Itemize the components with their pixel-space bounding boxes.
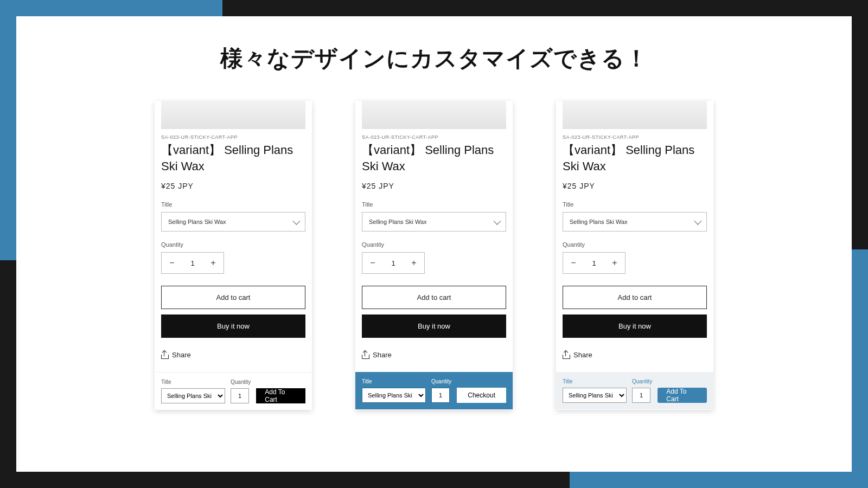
- add-to-cart-button[interactable]: Add to cart: [161, 286, 305, 309]
- decor-bar: [852, 249, 868, 488]
- variant-label: Title: [563, 201, 707, 208]
- variant-select[interactable]: Selling Plans Ski Wax: [161, 212, 305, 232]
- sticky-cta-button[interactable]: Add To Cart: [256, 388, 305, 403]
- qty-decrement-button[interactable]: −: [162, 253, 182, 273]
- qty-decrement-button[interactable]: −: [563, 253, 584, 273]
- qty-value: 1: [584, 253, 604, 273]
- share-icon: [362, 351, 368, 359]
- product-image: [362, 101, 506, 129]
- variant-select[interactable]: Selling Plans Ski Wax: [563, 212, 707, 232]
- quantity-stepper: − 1 +: [362, 252, 425, 274]
- sticky-variant-label: Title: [362, 378, 426, 384]
- product-card: SA-023-UR-STICKY-CART-APP 【variant】 Sell…: [355, 101, 513, 410]
- variant-select[interactable]: Selling Plans Ski Wax: [362, 212, 506, 232]
- sticky-variant-select[interactable]: Selling Plans Ski: [563, 388, 627, 403]
- quantity-stepper: − 1 +: [563, 252, 626, 274]
- decor-bar: [0, 472, 570, 488]
- sticky-qty-label: Quantity: [632, 378, 652, 384]
- share-label: Share: [172, 351, 191, 359]
- sticky-qty-input[interactable]: [431, 388, 450, 403]
- sticky-variant-select[interactable]: Selling Plans Ski: [161, 388, 225, 403]
- decor-bar: [0, 0, 222, 16]
- sticky-variant-select[interactable]: Selling Plans Ski: [362, 388, 426, 403]
- quantity-stepper: − 1 +: [161, 252, 224, 274]
- buy-now-button[interactable]: Buy it now: [161, 314, 305, 338]
- qty-increment-button[interactable]: +: [203, 253, 224, 273]
- product-image: [161, 101, 305, 129]
- chevron-down-icon: [292, 217, 300, 225]
- sticky-qty-input[interactable]: [632, 388, 650, 403]
- product-price: ¥25 JPY: [563, 182, 707, 190]
- qty-increment-button[interactable]: +: [604, 253, 625, 273]
- sticky-cart-bar: Title Selling Plans Ski Quantity Checkou…: [355, 372, 513, 409]
- vendor-label: SA-023-UR-STICKY-CART-APP: [563, 134, 707, 140]
- sticky-qty-input[interactable]: [231, 388, 249, 403]
- variant-value: Selling Plans Ski Wax: [570, 219, 628, 225]
- decor-bar: [0, 260, 16, 488]
- variant-label: Title: [362, 201, 506, 208]
- share-icon: [161, 351, 168, 359]
- buy-now-button[interactable]: Buy it now: [362, 314, 506, 338]
- sticky-cart-bar: Title Selling Plans Ski Quantity Add To …: [155, 372, 312, 410]
- decor-bar: [222, 0, 868, 16]
- chevron-down-icon: [694, 217, 701, 225]
- product-card: SA-023-UR-STICKY-CART-APP 【variant】 Sell…: [155, 101, 312, 410]
- product-card: SA-023-UR-STICKY-CART-APP 【variant】 Sell…: [556, 101, 713, 410]
- vendor-label: SA-023-UR-STICKY-CART-APP: [362, 134, 506, 140]
- share-label: Share: [373, 351, 392, 359]
- add-to-cart-button[interactable]: Add to cart: [563, 286, 707, 309]
- decor-bar: [570, 472, 868, 488]
- buy-now-button[interactable]: Buy it now: [563, 314, 707, 338]
- sticky-qty-label: Quantity: [431, 378, 451, 384]
- variant-label: Title: [161, 201, 305, 208]
- variant-value: Selling Plans Ski Wax: [168, 219, 226, 225]
- sticky-variant-label: Title: [563, 378, 627, 384]
- qty-increment-button[interactable]: +: [404, 253, 424, 273]
- content-area: 様々なデザインにカスタマイズできる！ SA-023-UR-STICKY-CART…: [16, 16, 852, 472]
- product-title: 【variant】 Selling Plans Ski Wax: [563, 142, 707, 174]
- cards-row: SA-023-UR-STICKY-CART-APP 【variant】 Sell…: [43, 101, 825, 410]
- share-button[interactable]: Share: [563, 343, 707, 372]
- quantity-label: Quantity: [362, 241, 506, 248]
- share-button[interactable]: Share: [362, 343, 506, 372]
- chevron-down-icon: [493, 217, 501, 225]
- qty-value: 1: [182, 253, 203, 273]
- add-to-cart-button[interactable]: Add to cart: [362, 286, 506, 309]
- sticky-variant-label: Title: [161, 379, 225, 385]
- qty-decrement-button[interactable]: −: [362, 253, 383, 273]
- sticky-cta-button[interactable]: Add To Cart: [658, 388, 707, 403]
- quantity-label: Quantity: [563, 241, 707, 248]
- variant-value: Selling Plans Ski Wax: [369, 219, 427, 225]
- decor-bar: [0, 0, 16, 260]
- decor-bar: [852, 0, 868, 249]
- product-image: [563, 101, 707, 129]
- share-icon: [563, 351, 569, 359]
- product-price: ¥25 JPY: [161, 182, 305, 190]
- product-price: ¥25 JPY: [362, 182, 506, 190]
- product-title: 【variant】 Selling Plans Ski Wax: [362, 142, 506, 174]
- sticky-cart-bar: Title Selling Plans Ski Quantity Add To …: [556, 372, 713, 409]
- sticky-cta-button[interactable]: Checkout: [457, 388, 506, 403]
- product-title: 【variant】 Selling Plans Ski Wax: [161, 142, 305, 174]
- vendor-label: SA-023-UR-STICKY-CART-APP: [161, 134, 305, 140]
- quantity-label: Quantity: [161, 241, 305, 248]
- share-button[interactable]: Share: [161, 343, 305, 372]
- qty-value: 1: [383, 253, 404, 273]
- headline: 様々なデザインにカスタマイズできる！: [43, 43, 825, 74]
- sticky-qty-label: Quantity: [231, 379, 251, 385]
- share-label: Share: [573, 351, 592, 359]
